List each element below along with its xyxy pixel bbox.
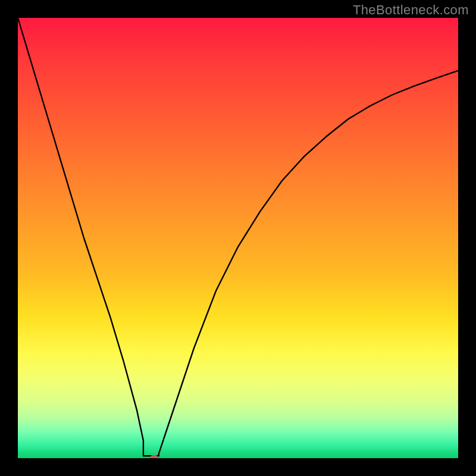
watermark-text: TheBottleneck.com — [353, 2, 469, 18]
bottleneck-curve — [18, 18, 458, 458]
minimum-marker — [150, 455, 158, 459]
plot-area — [18, 18, 458, 458]
chart-root: TheBottleneck.com — [0, 0, 476, 476]
